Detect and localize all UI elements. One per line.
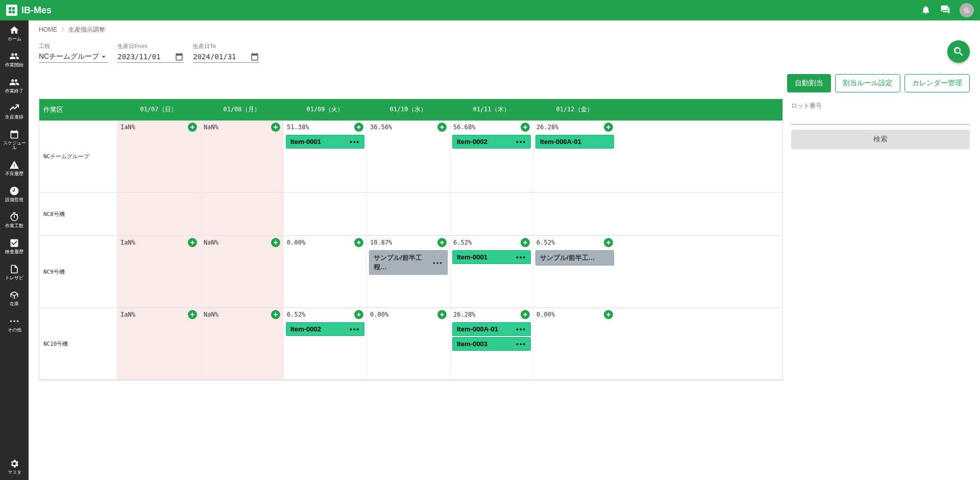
bell-icon[interactable] bbox=[921, 5, 931, 16]
top-bar: IB-Mes 佐 bbox=[0, 0, 980, 20]
avatar[interactable]: 佐 bbox=[960, 3, 974, 17]
topbar-actions: 佐 bbox=[921, 3, 974, 17]
app-name: IB-Mes bbox=[21, 5, 52, 16]
logo-icon bbox=[6, 5, 17, 16]
chat-icon[interactable] bbox=[940, 5, 950, 16]
brand: IB-Mes bbox=[6, 5, 52, 16]
